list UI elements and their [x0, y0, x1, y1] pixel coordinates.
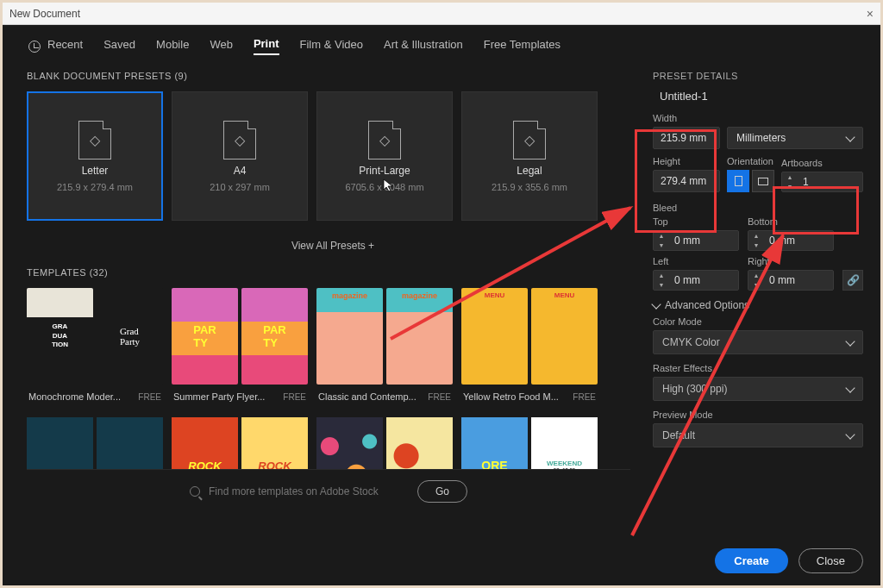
orientation-label: Orientation: [727, 156, 774, 166]
template-card[interactable]: ORE WEEKEND08.-12.20: [461, 417, 598, 469]
template-name: Summer Party Flyer...: [173, 391, 265, 402]
stepper-down-icon[interactable]: ▼: [782, 182, 798, 191]
tab-free-templates[interactable]: Free Templates: [484, 38, 560, 54]
template-name: Monochrome Moder...: [28, 391, 121, 402]
height-label: Height: [653, 156, 720, 166]
preset-print-large[interactable]: ◇ Print-Large 6705.6 x 3048 mm: [316, 91, 453, 221]
width-input[interactable]: [653, 127, 720, 149]
preset-legal[interactable]: ◇ Legal 215.9 x 355.6 mm: [461, 91, 598, 221]
link-bleed-icon[interactable]: 🔗: [842, 270, 863, 291]
chevron-down-icon: [845, 383, 855, 392]
template-tag: FREE: [283, 392, 306, 402]
template-card[interactable]: 25mEventNameHere 07mEventNameHere: [27, 417, 163, 469]
document-name-input[interactable]: Untitled-1: [660, 90, 863, 103]
bleed-label: Bleed: [653, 203, 863, 213]
preset-name: A4: [234, 165, 247, 177]
chevron-down-icon: [651, 299, 661, 309]
preset-dim: 210 x 297 mm: [210, 182, 270, 192]
preset-name: Letter: [82, 165, 109, 177]
window-close-icon[interactable]: ×: [867, 7, 874, 21]
advanced-options-toggle[interactable]: Advanced Options: [653, 299, 863, 311]
bleed-left-label: Left: [653, 256, 739, 266]
window-title: New Document: [9, 8, 80, 20]
tab-art-illustration[interactable]: Art & Illustration: [384, 38, 463, 54]
height-input[interactable]: [653, 170, 720, 192]
template-card[interactable]: PARTY PARTY Summer Party Flyer... FREE: [172, 288, 308, 409]
close-button[interactable]: Close: [798, 548, 863, 573]
template-card[interactable]: ROCK ROCK: [172, 417, 308, 469]
template-tag: FREE: [138, 392, 161, 402]
bleed-top-label: Top: [653, 216, 739, 227]
tab-saved[interactable]: Saved: [103, 38, 135, 54]
bleed-bottom-stepper[interactable]: ▲▼: [748, 230, 834, 251]
raster-effects-select[interactable]: High (300 ppi): [653, 377, 863, 401]
category-tabs: Recent Saved Mobile Web Print Film & Vid…: [3, 25, 880, 64]
artboards-stepper[interactable]: ▲▼: [781, 172, 863, 192]
preset-details-header: PRESET DETAILS: [653, 71, 863, 81]
chevron-down-icon: [845, 132, 855, 141]
artboards-label: Artboards: [781, 158, 863, 168]
preset-name: Legal: [517, 165, 542, 177]
create-button[interactable]: Create: [715, 548, 787, 573]
orientation-portrait-button[interactable]: [727, 170, 749, 192]
view-all-presets-button[interactable]: View All Presets +: [27, 240, 639, 252]
template-card[interactable]: magazine magazine Classic and Contemp...…: [316, 288, 453, 409]
template-tag: FREE: [428, 392, 451, 402]
bleed-right-stepper[interactable]: ▲▼: [748, 270, 834, 291]
tab-recent[interactable]: Recent: [47, 38, 83, 54]
template-name: Yellow Retro Food M...: [463, 391, 559, 402]
artboards-input[interactable]: [798, 173, 845, 191]
preset-name: Print-Large: [359, 165, 410, 177]
preset-a4[interactable]: ◇ A4 210 x 297 mm: [172, 91, 308, 221]
stepper-up-icon[interactable]: ▲: [782, 172, 798, 182]
template-search-input[interactable]: [209, 485, 407, 497]
chevron-down-icon: [845, 336, 855, 346]
preset-dim: 215.9 x 279.4 mm: [57, 182, 133, 192]
preset-dim: 6705.6 x 3048 mm: [345, 182, 423, 192]
bleed-right-label: Right: [748, 256, 834, 266]
preview-mode-select[interactable]: Default: [653, 423, 863, 447]
orientation-landscape-button[interactable]: [752, 170, 774, 192]
clock-icon: [28, 41, 41, 53]
presets-header: BLANK DOCUMENT PRESETS (9): [27, 71, 639, 81]
bleed-bottom-label: Bottom: [748, 216, 834, 227]
chevron-down-icon: [845, 429, 855, 439]
tab-film-video[interactable]: Film & Video: [300, 38, 363, 54]
window-titlebar: New Document ×: [3, 3, 880, 25]
tab-web[interactable]: Web: [210, 38, 233, 54]
preview-mode-label: Preview Mode: [653, 410, 863, 420]
bleed-top-stepper[interactable]: ▲▼: [653, 230, 739, 251]
template-card[interactable]: [316, 417, 453, 469]
color-mode-select[interactable]: CMYK Color: [653, 330, 863, 354]
preset-dim: 215.9 x 355.6 mm: [492, 182, 567, 192]
template-card[interactable]: GRADUATION GradParty Monochrome Moder...…: [27, 288, 163, 409]
bleed-left-stepper[interactable]: ▲▼: [653, 270, 739, 291]
tab-mobile[interactable]: Mobile: [156, 38, 189, 54]
templates-header: TEMPLATES (32): [27, 267, 639, 278]
units-select[interactable]: Millimeters: [727, 127, 863, 149]
template-name: Classic and Contemp...: [318, 391, 416, 402]
search-icon: [190, 486, 200, 497]
width-label: Width: [653, 113, 863, 123]
color-mode-label: Color Mode: [653, 316, 863, 327]
template-tag: FREE: [573, 392, 596, 402]
tab-print[interactable]: Print: [254, 37, 279, 55]
preset-letter[interactable]: ◇ Letter 215.9 x 279.4 mm: [27, 91, 163, 221]
search-go-button[interactable]: Go: [417, 480, 467, 503]
raster-effects-label: Raster Effects: [653, 363, 863, 373]
template-card[interactable]: MENU MENU Yellow Retro Food M... FREE: [461, 288, 598, 409]
